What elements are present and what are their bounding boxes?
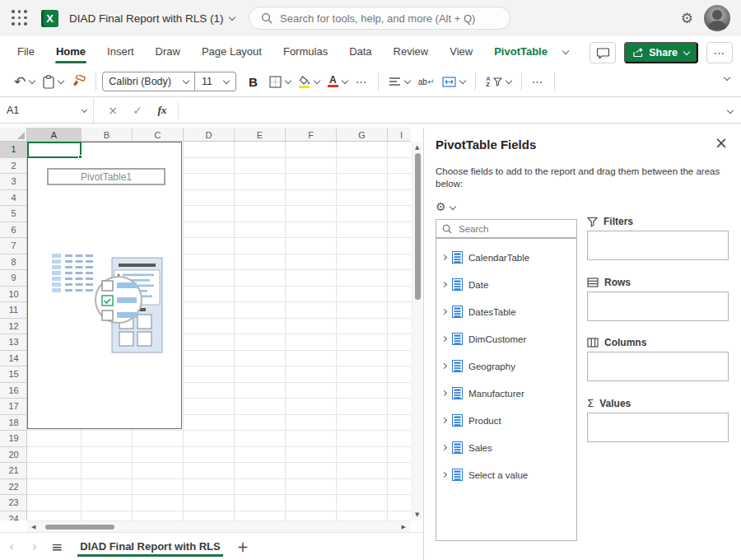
row-header-3[interactable]: 3	[0, 174, 27, 190]
row-header-22[interactable]: 22	[0, 479, 27, 496]
tab-overflow-chevron-icon[interactable]	[562, 47, 569, 54]
row-header-8[interactable]: 8	[0, 254, 27, 271]
excel-logo-icon[interactable]: X	[41, 10, 58, 27]
row-header-23[interactable]: 23	[0, 495, 27, 511]
toolbar-more-button[interactable]: ⋯	[528, 72, 548, 91]
field-item-select-a-value[interactable]: Select a value	[436, 461, 576, 488]
font-color-button[interactable]: A	[324, 73, 352, 90]
expand-chevron-icon[interactable]	[441, 363, 447, 369]
expand-chevron-icon[interactable]	[441, 445, 447, 450]
row-header-13[interactable]: 13	[0, 334, 27, 351]
row-header-7[interactable]: 7	[0, 238, 27, 254]
row-header-21[interactable]: 21	[0, 463, 27, 479]
field-search-box[interactable]	[436, 219, 577, 238]
row-header-20[interactable]: 20	[0, 447, 27, 464]
align-button[interactable]	[384, 74, 414, 89]
selected-cell-a1[interactable]	[27, 142, 82, 158]
scroll-up-icon[interactable]: ▲	[415, 144, 419, 151]
merge-center-button[interactable]	[438, 74, 469, 90]
column-header-d[interactable]: D	[184, 128, 235, 142]
row-header-19[interactable]: 19	[0, 431, 27, 447]
horizontal-scroll-thumb[interactable]	[45, 525, 114, 530]
column-header-b[interactable]: B	[82, 128, 133, 142]
formula-cancel-icon[interactable]: ×	[100, 104, 125, 117]
expand-chevron-icon[interactable]	[441, 254, 447, 260]
font-size-select[interactable]: 11	[195, 72, 236, 91]
vertical-scroll-thumb[interactable]	[415, 153, 421, 300]
area-filters-dropzone[interactable]	[587, 231, 729, 260]
expand-chevron-icon[interactable]	[441, 336, 447, 342]
fill-handle[interactable]	[78, 155, 82, 159]
tab-review[interactable]: Review	[383, 38, 440, 65]
row-header-6[interactable]: 6	[0, 222, 27, 239]
row-header-2[interactable]: 2	[0, 158, 27, 175]
pane-close-icon[interactable]: ×	[715, 134, 728, 151]
row-header-17[interactable]: 17	[0, 399, 27, 415]
ribbon-collapse-chevron-icon[interactable]	[724, 74, 730, 81]
cell-area[interactable]: PivotTable1	[27, 142, 411, 520]
formula-input[interactable]	[182, 98, 741, 123]
font-more-button[interactable]: ⋯	[352, 72, 372, 91]
sheet-list-menu-icon[interactable]: ≡	[51, 539, 63, 555]
formula-enter-icon[interactable]: ✓	[125, 104, 150, 117]
field-item-manufacturer[interactable]: Manufacturer	[436, 380, 576, 407]
share-button[interactable]: Share	[624, 42, 698, 63]
area-columns-dropzone[interactable]	[587, 352, 729, 381]
pane-options-button[interactable]: ⚙	[436, 200, 455, 213]
comments-button[interactable]	[590, 42, 616, 63]
global-search-input[interactable]	[280, 12, 502, 25]
paste-button[interactable]	[39, 72, 68, 91]
field-item-calendartable[interactable]: CalendarTable	[436, 244, 576, 271]
add-sheet-icon[interactable]: +	[237, 539, 249, 555]
app-launcher-icon[interactable]	[12, 10, 28, 26]
column-header-e[interactable]: E	[235, 128, 286, 142]
expand-chevron-icon[interactable]	[441, 418, 447, 423]
vertical-scrollbar[interactable]: ▲ ▼	[412, 142, 422, 520]
global-search[interactable]	[249, 7, 510, 30]
tab-pivottable[interactable]: PivotTable	[483, 38, 558, 65]
row-header-1[interactable]: 1	[0, 142, 27, 158]
sheet-prev-icon[interactable]: ‹	[0, 539, 23, 554]
doc-title-chevron-icon[interactable]	[228, 14, 235, 21]
field-item-geography[interactable]: Geography	[436, 352, 576, 380]
tab-page-layout[interactable]: Page Layout	[191, 38, 273, 65]
tab-insert[interactable]: Insert	[96, 38, 145, 65]
column-header-g[interactable]: G	[337, 128, 388, 142]
field-item-datestable[interactable]: DatesTable	[436, 298, 576, 325]
field-item-date[interactable]: Date	[436, 271, 576, 298]
account-avatar[interactable]	[704, 5, 730, 31]
row-header-18[interactable]: 18	[0, 415, 27, 432]
sheet-tab-active[interactable]: DIAD Final Report with RLS	[70, 533, 230, 560]
insert-function-icon[interactable]: fx	[150, 104, 175, 117]
scroll-down-icon[interactable]: ▼	[415, 511, 419, 518]
field-item-product[interactable]: Product	[436, 407, 576, 434]
horizontal-scrollbar[interactable]: ◀ ▶	[27, 520, 411, 532]
area-rows-dropzone[interactable]	[587, 292, 729, 321]
tab-home[interactable]: Home	[45, 38, 96, 65]
tab-draw[interactable]: Draw	[145, 38, 191, 65]
format-painter-button[interactable]	[68, 72, 90, 91]
row-header-24[interactable]: 24	[0, 511, 27, 521]
ribbon-more-button[interactable]: ⋯	[706, 42, 733, 63]
field-item-dimcustomer[interactable]: DimCustomer	[436, 325, 576, 352]
row-header-11[interactable]: 11	[0, 302, 27, 319]
row-header-15[interactable]: 15	[0, 366, 27, 383]
document-title[interactable]: DIAD Final Report with RLS (1)	[69, 12, 224, 25]
scroll-right-icon[interactable]: ▶	[402, 524, 406, 530]
sort-filter-button[interactable]: AZ	[482, 73, 515, 90]
undo-button[interactable]: ↶	[10, 72, 39, 91]
sheet-next-icon[interactable]: ›	[23, 539, 46, 554]
expand-chevron-icon[interactable]	[441, 390, 447, 396]
tab-formulas[interactable]: Formulas	[273, 38, 338, 65]
font-name-select[interactable]: Calibri (Body)	[102, 72, 195, 91]
column-header-i[interactable]: I	[388, 128, 411, 142]
scroll-left-icon[interactable]: ◀	[31, 524, 35, 530]
tab-data[interactable]: Data	[338, 38, 382, 65]
row-header-4[interactable]: 4	[0, 190, 27, 207]
settings-gear-icon[interactable]: ⚙	[681, 9, 693, 27]
column-header-f[interactable]: F	[286, 128, 337, 142]
row-header-5[interactable]: 5	[0, 206, 27, 222]
tab-view[interactable]: View	[439, 38, 483, 65]
name-box[interactable]: A1	[0, 98, 94, 123]
tab-file[interactable]: File	[7, 38, 45, 65]
